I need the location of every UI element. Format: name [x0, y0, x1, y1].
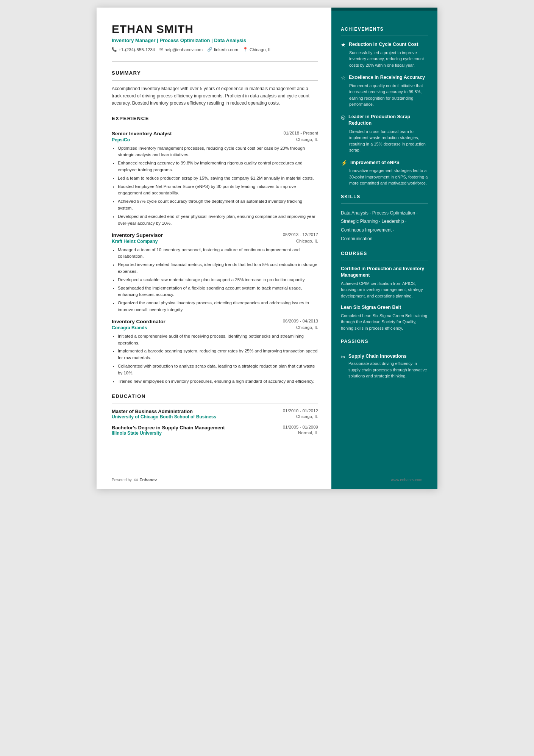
list-item: Led a team to reduce production scrap by…	[118, 175, 318, 182]
resume-page: ETHAN SMITH Inventory Manager | Process …	[97, 8, 437, 489]
list-item: Boosted Employee Net Promoter Score (eNP…	[118, 183, 318, 197]
list-item: Developed a scalable raw material storag…	[118, 277, 318, 283]
email-icon: ✉	[159, 47, 163, 52]
edu-2-school-row: Illinois State University Normal, IL	[112, 430, 318, 436]
footer-powered-by: Powered by ∞ Enhancv	[112, 476, 157, 483]
location-contact: 📍 Chicago, IL	[243, 47, 272, 52]
star-outline-icon: ☆	[341, 75, 346, 81]
header-section: ETHAN SMITH Inventory Manager | Process …	[112, 23, 318, 52]
edu-1-school-row: University of Chicago Booth School of Bu…	[112, 414, 318, 419]
lightning-icon: ⚡	[341, 160, 347, 166]
achievement-4-title: Improvement of eNPS	[350, 160, 400, 166]
powered-by-label: Powered by	[112, 478, 132, 482]
edu-2-school: Illinois State University	[112, 430, 162, 436]
footer-website: www.enhancv.com	[391, 478, 422, 482]
linkedin-contact: 🔗 linkedin.com	[207, 47, 238, 52]
email-contact: ✉ help@enhancv.com	[159, 47, 203, 52]
achievement-1-desc: Successfully led a project to improve in…	[341, 50, 428, 69]
list-item: Developed and executed end-of-year physi…	[118, 213, 318, 227]
top-accent-bar	[331, 8, 437, 11]
phone-contact: 📞 +1-(234)-555-1234	[112, 47, 155, 52]
job-3-location: Chicago, IL	[296, 325, 318, 330]
skills-line-4: Communication	[341, 235, 428, 243]
list-item: Managed a team of 10 inventory personnel…	[118, 247, 318, 260]
courses-divider	[341, 260, 428, 260]
edu-2: Bachelor's Degree in Supply Chain Manage…	[112, 425, 318, 436]
job-2-company: Kraft Heinz Company	[112, 239, 158, 244]
achievement-1: ★ Reduction in Cycle Count Cost Successf…	[341, 41, 428, 68]
list-item: Spearheaded the implementation of a flex…	[118, 285, 318, 299]
list-item: Implemented a barcode scanning system, r…	[118, 348, 318, 362]
passions-section-title: PASSIONS	[341, 339, 428, 344]
candidate-name: ETHAN SMITH	[112, 23, 318, 36]
edu-2-degree: Bachelor's Degree in Supply Chain Manage…	[112, 425, 225, 430]
job-2-company-row: Kraft Heinz Company Chicago, IL	[112, 239, 318, 244]
edu-1-header: Master of Business Administration 01/201…	[112, 409, 318, 414]
achievement-3-title: Leader in Production Scrap Reduction	[348, 114, 428, 127]
achievement-4: ⚡ Improvement of eNPS Innovative engagem…	[341, 160, 428, 186]
linkedin-icon: 🔗	[207, 47, 212, 52]
contact-bar: 📞 +1-(234)-555-1234 ✉ help@enhancv.com 🔗…	[112, 47, 318, 52]
job-3-header: Inventory Coordinator 06/2009 - 04/2013	[112, 319, 318, 324]
achievement-2-header: ☆ Excellence in Receiving Accuracy	[341, 74, 428, 81]
right-column: ACHIEVEMENTS ★ Reduction in Cycle Count …	[331, 8, 437, 489]
summary-divider	[112, 80, 318, 81]
edu-1: Master of Business Administration 01/201…	[112, 409, 318, 419]
achievement-1-title: Reduction in Cycle Count Cost	[349, 41, 418, 48]
edu-1-school: University of Chicago Booth School of Bu…	[112, 414, 216, 419]
passion-1-title: Supply Chain Innovations	[348, 354, 428, 359]
linkedin-url: linkedin.com	[214, 47, 238, 52]
job-1-bullets: Optimized inventory management processes…	[112, 145, 318, 227]
list-item: Enhanced receiving accuracy to 99.8% by …	[118, 160, 318, 174]
achievement-2: ☆ Excellence in Receiving Accuracy Pione…	[341, 74, 428, 108]
email-address: help@enhancv.com	[164, 47, 203, 52]
course-1-title: Certified in Production and Inventory Ma…	[341, 266, 428, 279]
list-item: Initiated a comprehensive audit of the r…	[118, 333, 318, 347]
enhancv-logo: ∞ Enhancv	[134, 476, 157, 483]
skills-line-3: Continuous Improvement ·	[341, 226, 428, 235]
job-3-dates: 06/2009 - 04/2013	[283, 319, 318, 323]
achievement-3-desc: Directed a cross-functional team to impl…	[341, 128, 428, 153]
job-1-location: Chicago, IL	[296, 137, 318, 142]
scissors-icon: ✂	[341, 354, 345, 360]
job-1-title: Senior Inventory Analyst	[112, 131, 172, 136]
job-1-company: PepsiCo	[112, 137, 130, 142]
list-item: Organized the annual physical inventory …	[118, 300, 318, 313]
achievement-4-desc: Innovative engagement strategies led to …	[341, 167, 428, 186]
list-item: Reported inventory-related financial met…	[118, 261, 318, 275]
skills-line-1: Data Analysis · Process Optimization ·	[341, 209, 428, 218]
achievement-3: ◎ Leader in Production Scrap Reduction D…	[341, 114, 428, 153]
job-3-bullets: Initiated a comprehensive audit of the r…	[112, 333, 318, 385]
passion-1: ✂ Supply Chain Innovations Passionate ab…	[341, 354, 428, 379]
job-2-location: Chicago, IL	[296, 239, 318, 244]
summary-text: Accomplished Inventory Manager with over…	[112, 85, 318, 107]
skills-line-2: Strategic Planning · Leadership ·	[341, 217, 428, 226]
edu-1-dates: 01/2010 - 01/2012	[283, 409, 318, 414]
course-2-title: Lean Six Sigma Green Belt	[341, 304, 428, 311]
job-2-bullets: Managed a team of 10 inventory personnel…	[112, 247, 318, 313]
job-2-title: Inventory Supervisor	[112, 232, 163, 238]
header-divider	[112, 61, 318, 62]
skills-section-title: SKILLS	[341, 194, 428, 199]
achievement-2-title: Excellence in Receiving Accuracy	[349, 74, 425, 81]
skills-divider	[341, 203, 428, 203]
skills-text: Data Analysis · Process Optimization · S…	[341, 209, 428, 243]
job-1-company-row: PepsiCo Chicago, IL	[112, 137, 318, 142]
enhancv-brand-name: Enhancv	[139, 477, 157, 482]
course-1: Certified in Production and Inventory Ma…	[341, 266, 428, 299]
course-2-desc: Completed Lean Six Sigma Green Belt trai…	[341, 313, 428, 332]
job-1-dates: 01/2018 - Present	[284, 131, 318, 135]
courses-section-title: COURSES	[341, 251, 428, 256]
enhancv-logo-icon: ∞	[134, 476, 138, 483]
achievement-1-header: ★ Reduction in Cycle Count Cost	[341, 41, 428, 48]
edu-2-location: Normal, IL	[298, 430, 318, 436]
edu-2-dates: 01/2005 - 01/2009	[283, 425, 318, 430]
page-footer: Powered by ∞ Enhancv www.enhancv.com	[112, 476, 422, 483]
summary-section-title: SUMMARY	[112, 70, 318, 76]
education-section-title: EDUCATION	[112, 393, 318, 399]
education-divider	[112, 404, 318, 404]
achievements-section-title: ACHIEVEMENTS	[341, 27, 428, 32]
star-filled-icon: ★	[341, 42, 346, 48]
list-item: Trained new employees on inventory proce…	[118, 378, 318, 385]
job-3: Inventory Coordinator 06/2009 - 04/2013 …	[112, 319, 318, 385]
